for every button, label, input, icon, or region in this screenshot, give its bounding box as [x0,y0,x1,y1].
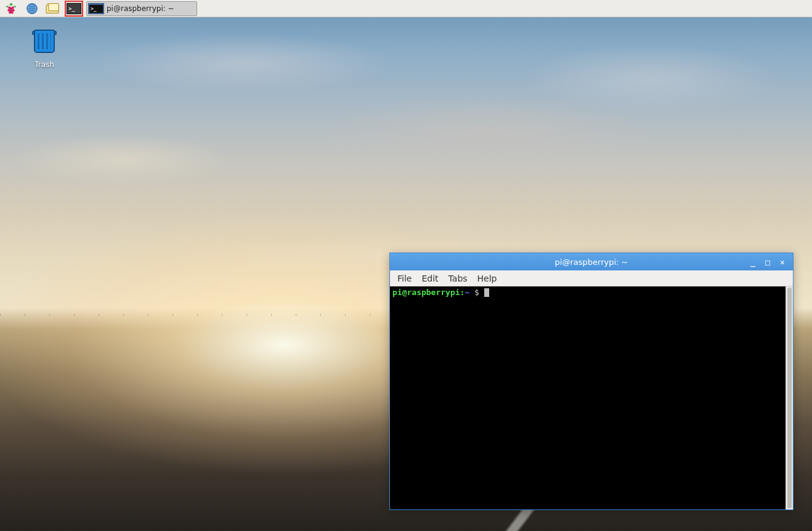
window-title: pi@raspberrypi: ~ [390,257,793,267]
terminal-content[interactable]: pi@raspberrypi:~ $ [390,286,786,509]
svg-point-5 [10,7,12,9]
maximize-button[interactable]: □ [763,258,772,266]
svg-point-9 [9,11,11,14]
minimize-button[interactable]: _ [749,258,757,266]
terminal-icon: >_ [88,3,104,14]
menubar: File Edit Tabs Help [390,270,793,286]
desktop-icon-trash[interactable]: Trash [26,25,63,69]
desktop-icon-label: Trash [26,60,63,69]
svg-point-0 [9,3,13,6]
web-browser-icon[interactable] [23,1,41,16]
svg-point-6 [7,9,10,11]
prompt-dollar: $ [474,288,484,297]
svg-rect-14 [49,3,59,10]
menu-file[interactable]: File [394,272,415,285]
menu-help[interactable]: Help [474,272,501,285]
file-manager-icon[interactable] [44,1,62,16]
svg-point-10 [11,11,14,14]
terminal-body: pi@raspberrypi:~ $ [390,286,793,509]
window-titlebar[interactable]: pi@raspberrypi: ~ _ □ ✕ [390,253,793,270]
raspberry-menu-icon[interactable] [2,1,20,16]
terminal-window: pi@raspberrypi: ~ _ □ ✕ File Edit Tabs H… [389,253,794,510]
menu-edit[interactable]: Edit [418,272,442,285]
terminal-scrollbar[interactable] [786,286,793,509]
prompt-path: ~ [465,288,474,297]
close-button[interactable]: ✕ [778,258,787,266]
terminal-cursor [484,288,489,297]
trash-icon [32,30,57,58]
prompt-user-host: pi@raspberrypi [392,288,460,297]
taskbar-app-label: pi@raspberrypi: ~ [107,4,174,13]
taskbar: >_ >_ pi@raspberrypi: ~ [0,0,812,17]
menu-tabs[interactable]: Tabs [445,272,471,285]
terminal-launcher-icon[interactable]: >_ [65,1,83,16]
svg-point-7 [12,9,15,11]
taskbar-app-terminal[interactable]: >_ pi@raspberrypi: ~ [86,1,197,16]
scrollbar-thumb[interactable] [787,288,792,508]
